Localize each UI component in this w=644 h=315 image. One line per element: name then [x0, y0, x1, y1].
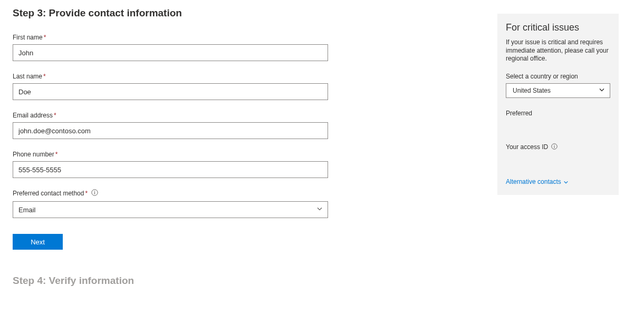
access-id-label: Your access ID — [506, 143, 610, 151]
required-asterisk: * — [44, 34, 46, 41]
sidebar-description: If your issue is critical and requires i… — [506, 38, 610, 63]
phone-label: Phone number* — [13, 151, 328, 158]
sidebar-heading: For critical issues — [506, 22, 610, 33]
required-asterisk: * — [55, 151, 58, 158]
last-name-input[interactable] — [13, 83, 328, 100]
svg-point-1 — [94, 191, 95, 191]
contact-method-label: Preferred contact method* — [13, 190, 328, 198]
next-button[interactable]: Next — [13, 234, 63, 250]
step4-heading: Step 4: Verify information — [13, 275, 328, 287]
info-icon[interactable] — [91, 189, 98, 198]
critical-issues-panel: For critical issues If your issue is cri… — [497, 14, 619, 195]
chevron-down-icon — [563, 180, 569, 185]
required-asterisk: * — [43, 73, 46, 80]
preferred-label: Preferred — [506, 110, 610, 117]
phone-input[interactable] — [13, 161, 328, 178]
preferred-value — [506, 119, 610, 132]
first-name-label: First name* — [13, 34, 328, 41]
required-asterisk: * — [85, 190, 88, 197]
first-name-input[interactable] — [13, 44, 328, 61]
info-icon[interactable] — [551, 143, 558, 151]
alternative-contacts-link[interactable]: Alternative contacts — [506, 178, 569, 185]
svg-rect-2 — [94, 192, 95, 194]
svg-rect-5 — [554, 146, 554, 148]
last-name-label: Last name* — [13, 73, 328, 80]
country-label: Select a country or region — [506, 73, 610, 80]
step3-heading: Step 3: Provide contact information — [13, 7, 328, 19]
contact-method-select[interactable]: Email — [13, 201, 328, 218]
country-select[interactable]: United States — [506, 83, 610, 98]
access-id-value — [506, 153, 610, 166]
email-input[interactable] — [13, 122, 328, 139]
required-asterisk: * — [54, 112, 56, 119]
email-label: Email address* — [13, 112, 328, 119]
svg-point-4 — [554, 145, 554, 145]
